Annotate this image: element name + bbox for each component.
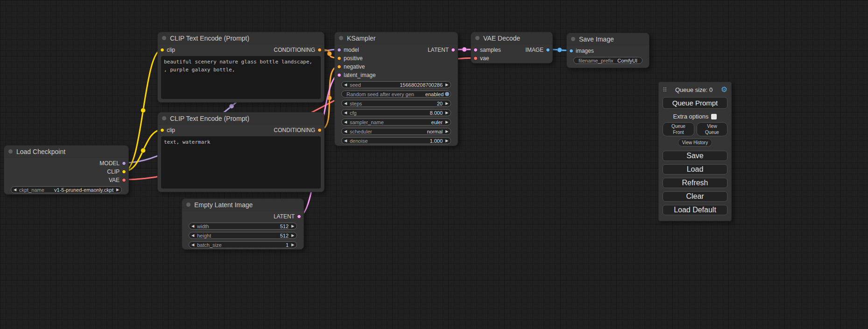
widget-steps[interactable]: ◀steps20▶ bbox=[341, 100, 451, 107]
prompt-textarea[interactable]: beautiful scenery nature glass bottle la… bbox=[161, 56, 321, 99]
node-slots: images bbox=[567, 45, 649, 55]
widget-scheduler[interactable]: ◀schedulernormal▶ bbox=[341, 128, 451, 135]
node-clip_text_encode_negative[interactable]: CLIP Text Encode (Prompt)clipCONDITIONIN… bbox=[157, 112, 325, 192]
widget-cfg[interactable]: ◀cfg8.000▶ bbox=[341, 109, 451, 116]
node-titlebar[interactable]: Save Image bbox=[567, 33, 649, 45]
widget-sampler-name[interactable]: ◀sampler_nameeuler▶ bbox=[341, 119, 451, 126]
decrement-arrow-icon[interactable]: ◀ bbox=[342, 101, 349, 106]
output-port-IMAGE[interactable] bbox=[546, 48, 550, 52]
collapse-dot-icon[interactable] bbox=[475, 36, 480, 40]
output-port-CONDITIONING[interactable] bbox=[318, 128, 322, 133]
output-port-VAE[interactable] bbox=[122, 178, 126, 182]
load-default-button[interactable]: Load Default bbox=[663, 205, 727, 215]
widget-batch-size[interactable]: ◀batch_size1▶ bbox=[189, 241, 297, 248]
increment-arrow-icon[interactable]: ▶ bbox=[443, 101, 451, 106]
link-midpoint-dot[interactable] bbox=[229, 104, 234, 109]
input-port-positive[interactable] bbox=[337, 56, 341, 61]
node-save_image[interactable]: Save Imageimagesfilename_prefixComfyUI bbox=[566, 33, 649, 68]
node-titlebar[interactable]: VAE Decode bbox=[471, 32, 552, 44]
collapse-dot-icon[interactable] bbox=[339, 36, 343, 40]
node-titlebar[interactable]: CLIP Text Encode (Prompt) bbox=[158, 112, 324, 125]
output-port-MODEL[interactable] bbox=[122, 161, 126, 166]
increment-arrow-icon[interactable]: ▶ bbox=[289, 233, 296, 238]
node-titlebar[interactable]: Empty Latent Image bbox=[182, 199, 303, 211]
output-port-LATENT[interactable] bbox=[451, 48, 455, 52]
queue-size-label: Queue size: 0 bbox=[667, 86, 721, 93]
decrement-arrow-icon[interactable]: ◀ bbox=[342, 82, 349, 88]
node-vae_decode[interactable]: VAE DecodesamplesIMAGEvae bbox=[471, 32, 553, 63]
collapse-dot-icon[interactable] bbox=[8, 149, 13, 154]
node-ksampler[interactable]: KSamplermodelLATENTpositivenegativelaten… bbox=[334, 32, 458, 146]
increment-arrow-icon[interactable]: ▶ bbox=[443, 129, 451, 134]
refresh-button[interactable]: Refresh bbox=[663, 178, 727, 188]
decrement-arrow-icon[interactable]: ◀ bbox=[342, 129, 349, 134]
extra-options-checkbox[interactable] bbox=[711, 114, 717, 119]
collapse-dot-icon[interactable] bbox=[571, 37, 575, 41]
link-midpoint-dot[interactable] bbox=[462, 47, 467, 52]
widget-width[interactable]: ◀width512▶ bbox=[189, 223, 297, 230]
node-titlebar[interactable]: CLIP Text Encode (Prompt) bbox=[158, 32, 324, 44]
load-button[interactable]: Load bbox=[663, 164, 727, 175]
decrement-arrow-icon[interactable]: ◀ bbox=[342, 119, 349, 125]
collapse-dot-icon[interactable] bbox=[162, 36, 166, 40]
input-port-clip[interactable] bbox=[160, 128, 164, 133]
increment-arrow-icon[interactable]: ▶ bbox=[443, 138, 451, 144]
widget-value: euler bbox=[431, 119, 443, 125]
input-slot-label: samples bbox=[480, 47, 501, 53]
decrement-arrow-icon[interactable]: ◀ bbox=[342, 110, 349, 116]
node-titlebar[interactable]: Load Checkpoint bbox=[4, 146, 128, 158]
output-port-CLIP[interactable] bbox=[122, 170, 126, 174]
input-port-vae[interactable] bbox=[473, 56, 478, 61]
node-title: CLIP Text Encode (Prompt) bbox=[170, 115, 249, 122]
queue-prompt-button[interactable]: Queue Prompt bbox=[663, 97, 727, 109]
node-titlebar[interactable]: KSampler bbox=[335, 32, 458, 44]
node-graph-canvas[interactable]: ⠿ Queue size: 0 ⚙ Queue Prompt Extra opt… bbox=[0, 0, 868, 329]
link-midpoint-dot[interactable] bbox=[141, 108, 146, 113]
view-queue-button[interactable]: View Queue bbox=[697, 122, 727, 136]
input-port-clip[interactable] bbox=[160, 48, 164, 52]
drag-handle-icon[interactable]: ⠿ bbox=[663, 87, 667, 93]
increment-arrow-icon[interactable]: ▶ bbox=[443, 119, 451, 125]
input-port-images[interactable] bbox=[569, 49, 573, 53]
link-midpoint-dot[interactable] bbox=[557, 48, 562, 52]
output-slot-label: CONDITIONING bbox=[274, 127, 315, 133]
widget-seed[interactable]: ◀seed156680208700286▶ bbox=[341, 81, 451, 88]
increment-arrow-icon[interactable]: ▶ bbox=[443, 110, 451, 116]
widget-filename-prefix[interactable]: filename_prefixComfyUI bbox=[573, 57, 642, 64]
increment-arrow-icon[interactable]: ▶ bbox=[443, 82, 451, 88]
save-button[interactable]: Save bbox=[663, 151, 727, 161]
view-history-button[interactable]: View History bbox=[678, 139, 712, 147]
increment-arrow-icon[interactable]: ▶ bbox=[289, 224, 296, 229]
widget-height[interactable]: ◀height512▶ bbox=[189, 232, 297, 239]
widget-ckpt-name[interactable]: ◀ckpt_namev1-5-pruned-emaonly.ckpt▶ bbox=[11, 186, 122, 193]
decrement-arrow-icon[interactable]: ◀ bbox=[189, 242, 197, 248]
output-port-LATENT[interactable] bbox=[297, 215, 301, 219]
link-midpoint-dot[interactable] bbox=[327, 51, 332, 56]
queue-front-button[interactable]: Queue Front bbox=[663, 122, 694, 136]
collapse-dot-icon[interactable] bbox=[186, 203, 191, 207]
input-port-model[interactable] bbox=[337, 48, 341, 52]
widget-random-seed-after-every-gen[interactable]: Random seed after every genenabled bbox=[341, 91, 451, 98]
prompt-textarea[interactable]: text, watermark bbox=[161, 136, 321, 189]
decrement-arrow-icon[interactable]: ◀ bbox=[189, 224, 197, 229]
output-port-CONDITIONING[interactable] bbox=[318, 48, 322, 52]
input-port-samples[interactable] bbox=[473, 48, 478, 52]
widget-label: filename_prefix bbox=[579, 58, 614, 63]
node-load_checkpoint[interactable]: Load CheckpointMODELCLIPVAE◀ckpt_namev1-… bbox=[4, 145, 129, 195]
decrement-arrow-icon[interactable]: ◀ bbox=[11, 187, 19, 193]
node-empty_latent_image[interactable]: Empty Latent ImageLATENT◀width512▶◀heigh… bbox=[182, 198, 304, 250]
decrement-arrow-icon[interactable]: ◀ bbox=[189, 233, 197, 238]
widget-denoise[interactable]: ◀denoise1.000▶ bbox=[341, 137, 451, 144]
input-port-negative[interactable] bbox=[337, 65, 341, 69]
node-title: Empty Latent Image bbox=[194, 201, 253, 209]
toggle-dot-icon[interactable] bbox=[445, 92, 449, 96]
node-clip_text_encode_positive[interactable]: CLIP Text Encode (Prompt)clipCONDITIONIN… bbox=[157, 32, 325, 103]
link-midpoint-dot[interactable] bbox=[141, 148, 146, 153]
decrement-arrow-icon[interactable]: ◀ bbox=[342, 138, 349, 144]
increment-arrow-icon[interactable]: ▶ bbox=[289, 242, 296, 248]
increment-arrow-icon[interactable]: ▶ bbox=[114, 187, 121, 193]
clear-button[interactable]: Clear bbox=[663, 191, 727, 202]
collapse-dot-icon[interactable] bbox=[162, 116, 166, 120]
input-port-latent_image[interactable] bbox=[337, 73, 341, 77]
settings-gear-icon[interactable]: ⚙ bbox=[721, 86, 727, 93]
